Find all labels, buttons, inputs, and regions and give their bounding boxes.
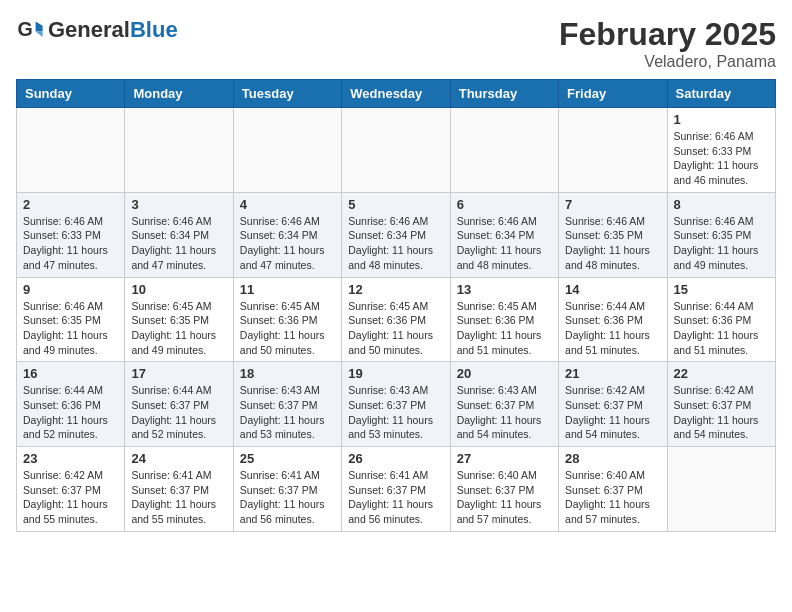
day-info: Sunrise: 6:42 AM Sunset: 6:37 PM Dayligh… [674, 383, 769, 442]
day-number: 28 [565, 451, 660, 466]
calendar-cell [342, 108, 450, 193]
calendar-cell: 15Sunrise: 6:44 AM Sunset: 6:36 PM Dayli… [667, 277, 775, 362]
day-info: Sunrise: 6:46 AM Sunset: 6:33 PM Dayligh… [674, 129, 769, 188]
calendar-cell: 13Sunrise: 6:45 AM Sunset: 6:36 PM Dayli… [450, 277, 558, 362]
calendar-cell: 2Sunrise: 6:46 AM Sunset: 6:33 PM Daylig… [17, 192, 125, 277]
calendar-cell: 27Sunrise: 6:40 AM Sunset: 6:37 PM Dayli… [450, 447, 558, 532]
calendar-cell: 22Sunrise: 6:42 AM Sunset: 6:37 PM Dayli… [667, 362, 775, 447]
day-info: Sunrise: 6:42 AM Sunset: 6:37 PM Dayligh… [565, 383, 660, 442]
day-number: 25 [240, 451, 335, 466]
calendar-cell: 16Sunrise: 6:44 AM Sunset: 6:36 PM Dayli… [17, 362, 125, 447]
calendar-cell: 12Sunrise: 6:45 AM Sunset: 6:36 PM Dayli… [342, 277, 450, 362]
calendar-week-row: 9Sunrise: 6:46 AM Sunset: 6:35 PM Daylig… [17, 277, 776, 362]
day-number: 10 [131, 282, 226, 297]
day-info: Sunrise: 6:45 AM Sunset: 6:36 PM Dayligh… [240, 299, 335, 358]
svg-marker-2 [36, 31, 43, 37]
day-number: 5 [348, 197, 443, 212]
weekday-header-friday: Friday [559, 80, 667, 108]
calendar-week-row: 2Sunrise: 6:46 AM Sunset: 6:33 PM Daylig… [17, 192, 776, 277]
day-info: Sunrise: 6:45 AM Sunset: 6:36 PM Dayligh… [457, 299, 552, 358]
logo-general: General [48, 17, 130, 42]
day-info: Sunrise: 6:46 AM Sunset: 6:34 PM Dayligh… [131, 214, 226, 273]
day-info: Sunrise: 6:46 AM Sunset: 6:34 PM Dayligh… [240, 214, 335, 273]
calendar-week-row: 1Sunrise: 6:46 AM Sunset: 6:33 PM Daylig… [17, 108, 776, 193]
day-info: Sunrise: 6:40 AM Sunset: 6:37 PM Dayligh… [457, 468, 552, 527]
calendar-cell: 14Sunrise: 6:44 AM Sunset: 6:36 PM Dayli… [559, 277, 667, 362]
day-info: Sunrise: 6:43 AM Sunset: 6:37 PM Dayligh… [240, 383, 335, 442]
calendar-cell [667, 447, 775, 532]
day-info: Sunrise: 6:42 AM Sunset: 6:37 PM Dayligh… [23, 468, 118, 527]
day-info: Sunrise: 6:46 AM Sunset: 6:34 PM Dayligh… [348, 214, 443, 273]
day-number: 20 [457, 366, 552, 381]
month-title: February 2025 [559, 16, 776, 53]
day-number: 17 [131, 366, 226, 381]
calendar-cell: 17Sunrise: 6:44 AM Sunset: 6:37 PM Dayli… [125, 362, 233, 447]
calendar-week-row: 16Sunrise: 6:44 AM Sunset: 6:36 PM Dayli… [17, 362, 776, 447]
day-number: 14 [565, 282, 660, 297]
day-number: 16 [23, 366, 118, 381]
day-info: Sunrise: 6:44 AM Sunset: 6:36 PM Dayligh… [565, 299, 660, 358]
day-info: Sunrise: 6:44 AM Sunset: 6:37 PM Dayligh… [131, 383, 226, 442]
day-number: 21 [565, 366, 660, 381]
calendar-cell: 8Sunrise: 6:46 AM Sunset: 6:35 PM Daylig… [667, 192, 775, 277]
day-info: Sunrise: 6:46 AM Sunset: 6:35 PM Dayligh… [23, 299, 118, 358]
logo: G GeneralBlue [16, 16, 178, 44]
calendar-cell [450, 108, 558, 193]
calendar-cell [559, 108, 667, 193]
day-info: Sunrise: 6:43 AM Sunset: 6:37 PM Dayligh… [457, 383, 552, 442]
day-number: 24 [131, 451, 226, 466]
calendar-cell: 10Sunrise: 6:45 AM Sunset: 6:35 PM Dayli… [125, 277, 233, 362]
calendar-cell [17, 108, 125, 193]
calendar-cell: 23Sunrise: 6:42 AM Sunset: 6:37 PM Dayli… [17, 447, 125, 532]
day-number: 4 [240, 197, 335, 212]
svg-marker-1 [36, 22, 43, 32]
calendar-cell: 21Sunrise: 6:42 AM Sunset: 6:37 PM Dayli… [559, 362, 667, 447]
day-number: 3 [131, 197, 226, 212]
day-number: 11 [240, 282, 335, 297]
day-number: 18 [240, 366, 335, 381]
weekday-header-saturday: Saturday [667, 80, 775, 108]
day-number: 23 [23, 451, 118, 466]
day-number: 1 [674, 112, 769, 127]
calendar-table: SundayMondayTuesdayWednesdayThursdayFrid… [16, 79, 776, 532]
page-header: G GeneralBlue February 2025 Veladero, Pa… [16, 16, 776, 71]
calendar-cell: 5Sunrise: 6:46 AM Sunset: 6:34 PM Daylig… [342, 192, 450, 277]
calendar-cell: 7Sunrise: 6:46 AM Sunset: 6:35 PM Daylig… [559, 192, 667, 277]
day-info: Sunrise: 6:46 AM Sunset: 6:35 PM Dayligh… [674, 214, 769, 273]
calendar-cell [233, 108, 341, 193]
calendar-cell: 9Sunrise: 6:46 AM Sunset: 6:35 PM Daylig… [17, 277, 125, 362]
day-info: Sunrise: 6:46 AM Sunset: 6:33 PM Dayligh… [23, 214, 118, 273]
day-number: 19 [348, 366, 443, 381]
day-info: Sunrise: 6:44 AM Sunset: 6:36 PM Dayligh… [23, 383, 118, 442]
day-number: 9 [23, 282, 118, 297]
day-info: Sunrise: 6:45 AM Sunset: 6:35 PM Dayligh… [131, 299, 226, 358]
day-info: Sunrise: 6:41 AM Sunset: 6:37 PM Dayligh… [348, 468, 443, 527]
calendar-cell: 1Sunrise: 6:46 AM Sunset: 6:33 PM Daylig… [667, 108, 775, 193]
calendar-cell: 11Sunrise: 6:45 AM Sunset: 6:36 PM Dayli… [233, 277, 341, 362]
weekday-header-sunday: Sunday [17, 80, 125, 108]
day-info: Sunrise: 6:41 AM Sunset: 6:37 PM Dayligh… [240, 468, 335, 527]
calendar-cell: 4Sunrise: 6:46 AM Sunset: 6:34 PM Daylig… [233, 192, 341, 277]
svg-text:G: G [17, 18, 32, 40]
day-number: 22 [674, 366, 769, 381]
logo-text-block: GeneralBlue [48, 17, 178, 43]
day-number: 13 [457, 282, 552, 297]
weekday-header-row: SundayMondayTuesdayWednesdayThursdayFrid… [17, 80, 776, 108]
calendar-cell [125, 108, 233, 193]
calendar-cell: 20Sunrise: 6:43 AM Sunset: 6:37 PM Dayli… [450, 362, 558, 447]
subtitle: Veladero, Panama [559, 53, 776, 71]
weekday-header-thursday: Thursday [450, 80, 558, 108]
day-number: 27 [457, 451, 552, 466]
calendar-cell: 28Sunrise: 6:40 AM Sunset: 6:37 PM Dayli… [559, 447, 667, 532]
day-info: Sunrise: 6:45 AM Sunset: 6:36 PM Dayligh… [348, 299, 443, 358]
day-number: 8 [674, 197, 769, 212]
day-info: Sunrise: 6:40 AM Sunset: 6:37 PM Dayligh… [565, 468, 660, 527]
day-number: 7 [565, 197, 660, 212]
day-number: 12 [348, 282, 443, 297]
title-block: February 2025 Veladero, Panama [559, 16, 776, 71]
calendar-cell: 26Sunrise: 6:41 AM Sunset: 6:37 PM Dayli… [342, 447, 450, 532]
logo-icon: G [16, 16, 44, 44]
calendar-cell: 25Sunrise: 6:41 AM Sunset: 6:37 PM Dayli… [233, 447, 341, 532]
day-number: 26 [348, 451, 443, 466]
day-number: 2 [23, 197, 118, 212]
